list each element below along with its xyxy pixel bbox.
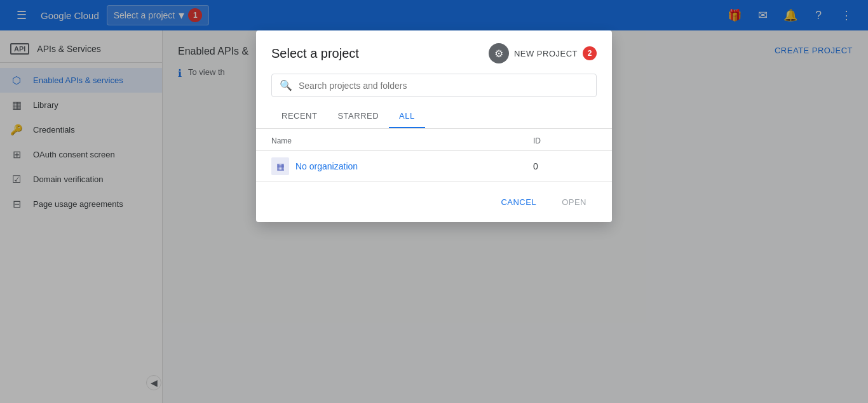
table-header: Name ID (256, 129, 612, 151)
dialog-table: Name ID ▦ No organization 0 (256, 129, 612, 182)
dialog-overlay: Select a project ⚙ NEW PROJECT 2 🔍 RECEN… (0, 0, 868, 403)
new-project-area[interactable]: ⚙ NEW PROJECT 2 (489, 43, 597, 63)
new-project-label: NEW PROJECT (514, 49, 578, 58)
dialog-title: Select a project (271, 46, 359, 61)
new-project-icon: ⚙ (489, 43, 509, 63)
dialog-header: Select a project ⚙ NEW PROJECT 2 (256, 30, 612, 74)
dialog-search: 🔍 (256, 74, 612, 105)
col-id-header: ID (533, 136, 597, 145)
col-name-header: Name (271, 136, 533, 145)
row-id: 0 (533, 161, 597, 171)
select-project-dialog: Select a project ⚙ NEW PROJECT 2 🔍 RECEN… (256, 30, 612, 222)
badge-2: 2 (583, 46, 597, 60)
tab-starred[interactable]: STARRED (327, 105, 389, 128)
org-icon: ▦ (271, 157, 289, 175)
tab-recent[interactable]: RECENT (271, 105, 327, 128)
search-icon: 🔍 (280, 79, 292, 91)
cancel-button[interactable]: CANCEL (491, 192, 546, 212)
search-box: 🔍 (271, 74, 597, 97)
open-button[interactable]: OPEN (552, 192, 597, 212)
dialog-footer: CANCEL OPEN (256, 182, 612, 222)
dialog-tabs: RECENT STARRED ALL (256, 105, 612, 129)
table-row[interactable]: ▦ No organization 0 (256, 151, 612, 182)
tab-all[interactable]: ALL (389, 105, 425, 128)
search-input[interactable] (299, 81, 588, 91)
row-name: No organization (295, 161, 533, 171)
